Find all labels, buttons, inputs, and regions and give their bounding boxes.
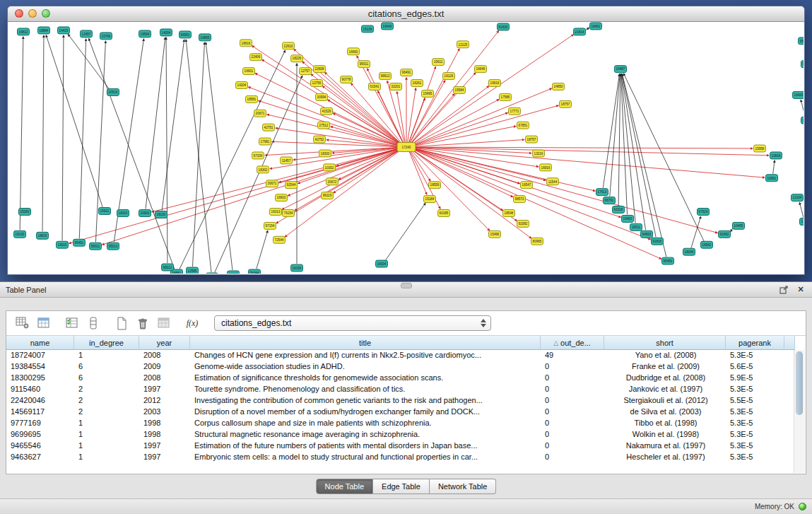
graph-node[interactable]: 20603: [139, 210, 151, 217]
graph-node[interactable]: 16603: [276, 194, 288, 201]
graph-node[interactable]: 10465: [733, 222, 745, 229]
graph-node[interactable]: 18302: [257, 166, 269, 173]
table-row[interactable]: 969969511998Structural magnetic resonanc…: [6, 429, 806, 440]
graph-node[interactable]: 17981: [259, 138, 271, 145]
table-settings-icon[interactable]: [13, 314, 32, 332]
graph-node[interactable]: 16942: [701, 241, 713, 248]
graph-node[interactable]: 97339: [252, 152, 264, 159]
new-table-icon[interactable]: [112, 314, 131, 332]
graph-node[interactable]: 25260: [19, 209, 31, 216]
graph-node[interactable]: 18511: [630, 223, 642, 230]
graph-node[interactable]: 16313: [270, 209, 282, 216]
table-row[interactable]: 1456911722003Disruption of a novel membe…: [6, 407, 806, 418]
graph-node[interactable]: 16154: [291, 264, 303, 271]
graph-node[interactable]: 76344: [249, 269, 261, 274]
graph-node[interactable]: 97154: [264, 222, 276, 229]
graph-node[interactable]: 67919: [698, 209, 710, 216]
splitter-handle[interactable]: [401, 283, 412, 288]
graph-node[interactable]: 12757: [300, 68, 312, 75]
graph-node[interactable]: 15139: [362, 25, 374, 33]
graph-node[interactable]: 16426: [793, 91, 804, 98]
graph-node[interactable]: 30994: [316, 93, 328, 100]
graph-node[interactable]: 14204: [236, 82, 248, 89]
graph-node[interactable]: 92082: [517, 220, 529, 227]
column-header-pagerank[interactable]: pagerank: [726, 336, 784, 350]
graph-node[interactable]: 20516: [107, 88, 119, 95]
graph-node[interactable]: 18148: [206, 273, 218, 274]
graph-node[interactable]: 27512: [318, 122, 330, 129]
table-row[interactable]: 2242004622012Investigating the contribut…: [6, 395, 806, 407]
graph-node[interactable]: 18046: [683, 248, 695, 255]
network-table-select[interactable]: citations_edges.txt: [214, 315, 491, 331]
graph-node[interactable]: 86791: [604, 197, 616, 204]
graph-node[interactable]: 42751: [263, 124, 275, 131]
graph-node[interactable]: 30672: [326, 178, 339, 185]
close-panel-icon[interactable]: ✕: [795, 285, 806, 295]
minimize-window-button[interactable]: [28, 9, 37, 18]
tab-node-table[interactable]: Node Table: [316, 479, 373, 494]
graph-node[interactable]: 18815: [37, 232, 49, 239]
graph-node[interactable]: 32201: [390, 83, 402, 90]
graph-node[interactable]: 59011: [90, 243, 102, 250]
graph-node[interactable]: 24850: [553, 83, 565, 90]
graph-node[interactable]: 16015: [228, 271, 240, 274]
graph-node[interactable]: 67851: [517, 122, 529, 129]
column-visibility-icon[interactable]: [35, 314, 53, 332]
graph-node[interactable]: 30671: [266, 180, 278, 187]
graph-node[interactable]: 17240: [397, 143, 416, 152]
column-header-name[interactable]: name: [6, 336, 74, 350]
graph-node[interactable]: 18226: [291, 55, 303, 62]
graph-node[interactable]: 22608: [314, 66, 326, 73]
graph-node[interactable]: 96911: [358, 61, 370, 68]
graph-node[interactable]: 98613: [379, 73, 392, 80]
graph-node[interactable]: 19611: [433, 59, 445, 66]
table-row[interactable]: 946554611997Estimation of the future num…: [6, 440, 806, 452]
graph-node[interactable]: 12104: [792, 194, 804, 201]
column-header-in_degree[interactable]: in_degree: [74, 336, 139, 350]
graph-node[interactable]: 12585: [187, 267, 199, 274]
graph-node[interactable]: 95451: [73, 239, 86, 246]
graph-node[interactable]: 94663: [641, 230, 653, 238]
graph-node[interactable]: 41529: [321, 107, 333, 115]
graph-node[interactable]: 15184: [424, 196, 436, 203]
graph-node[interactable]: 80965: [531, 238, 543, 245]
table-row[interactable]: 1830029562008Estimation of significance …: [6, 373, 806, 384]
graph-node[interactable]: 17613: [596, 189, 608, 196]
graph-node[interactable]: 11457: [281, 157, 293, 164]
graph-node[interactable]: 16916: [540, 164, 552, 171]
column-header-out_de[interactable]: △out_de...: [541, 336, 604, 350]
graph-node[interactable]: 19015: [57, 241, 69, 248]
zoom-window-button[interactable]: [42, 9, 50, 18]
graph-node[interactable]: 72544: [273, 236, 286, 243]
table-row[interactable]: 1938455462009Genome-wide association stu…: [6, 361, 806, 373]
graph-node[interactable]: 14415: [58, 27, 70, 34]
table-row[interactable]: 1872400712008Changes of HCN gene express…: [6, 350, 806, 361]
graph-node[interactable]: 18548: [503, 210, 515, 217]
graph-node[interactable]: 15958: [754, 145, 766, 152]
graph-node[interactable]: 42752: [314, 136, 326, 143]
window-titlebar[interactable]: citations_edges.txt: [8, 6, 804, 22]
table-row[interactable]: 977716911998Corpus callosum shape and si…: [6, 418, 806, 429]
graph-node[interactable]: 60185: [438, 210, 450, 217]
tab-network-table[interactable]: Network Table: [430, 479, 497, 494]
column-header-short[interactable]: short: [604, 336, 726, 350]
graph-node[interactable]: 18616: [240, 40, 252, 47]
graph-node[interactable]: 10302: [324, 164, 336, 171]
graph-node[interactable]: 93318: [613, 206, 625, 214]
graph-node[interactable]: 15496: [489, 230, 501, 238]
graph-node[interactable]: 16601: [243, 68, 255, 75]
graph-node[interactable]: 99119: [322, 192, 334, 199]
graph-node[interactable]: 18581: [246, 95, 258, 103]
graph-node[interactable]: 16463: [622, 215, 634, 222]
close-window-button[interactable]: [15, 9, 23, 18]
graph-node[interactable]: 95013: [107, 243, 119, 250]
graph-node[interactable]: 15769: [100, 33, 112, 40]
graph-node[interactable]: 15921: [99, 208, 111, 215]
graph-node[interactable]: 81830: [498, 23, 510, 30]
graph-node[interactable]: 16126: [443, 73, 455, 80]
graph-node[interactable]: 19619: [489, 80, 501, 87]
column-header-title[interactable]: title: [190, 336, 541, 350]
column-header-year[interactable]: year: [139, 336, 190, 350]
graph-node[interactable]: 19594: [139, 30, 151, 37]
graph-node[interactable]: 16591: [766, 175, 778, 182]
